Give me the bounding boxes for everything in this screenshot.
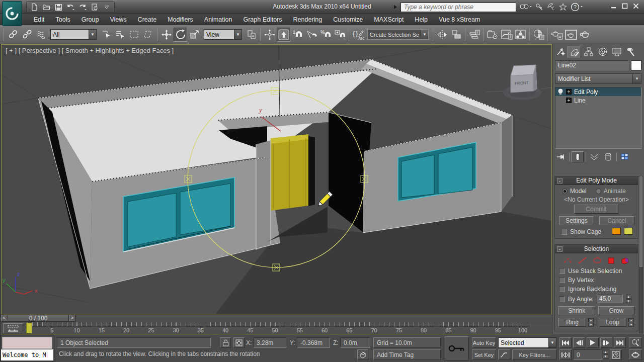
- key-mode-toggle-button[interactable]: [559, 349, 572, 360]
- select-and-manipulate-icon[interactable]: [263, 28, 276, 42]
- stack-item-edit-poly[interactable]: + Edit Poly: [555, 87, 641, 96]
- menu-create[interactable]: Create: [132, 14, 163, 25]
- border-subobject-icon[interactable]: [592, 256, 602, 264]
- use-stack-selection-checkbox[interactable]: Use Stack Selection: [555, 266, 638, 276]
- radio-animate[interactable]: Animate: [596, 188, 626, 195]
- tab-display-icon[interactable]: [610, 46, 623, 58]
- search-icon[interactable]: [519, 3, 532, 12]
- rollout-header-edit-poly-mode[interactable]: -Edit Poly Mode: [555, 176, 638, 185]
- key-filters-button[interactable]: Key Filters...: [512, 349, 556, 360]
- absolute-offset-toggle[interactable]: [233, 337, 245, 348]
- search-expand-icon[interactable]: [393, 5, 397, 10]
- cancel-button[interactable]: Cancel: [599, 216, 634, 225]
- unlink-selection-icon[interactable]: [20, 28, 34, 42]
- object-color-swatch[interactable]: [631, 60, 641, 70]
- make-unique-icon[interactable]: [588, 151, 600, 162]
- percent-snap-toggle-icon[interactable]: %: [319, 28, 333, 42]
- bind-to-space-warp-icon[interactable]: [34, 28, 48, 42]
- grow-button[interactable]: Grow: [598, 306, 635, 315]
- material-editor-icon[interactable]: [532, 28, 545, 42]
- layer-manager-icon[interactable]: [467, 28, 481, 42]
- edge-subobject-icon[interactable]: [578, 256, 588, 264]
- frame-spinner[interactable]: ▲▼: [603, 350, 608, 358]
- remove-modifier-icon[interactable]: [602, 151, 614, 162]
- undo-icon[interactable]: [65, 2, 76, 12]
- angle-value-field[interactable]: 45.0: [597, 295, 623, 303]
- auto-key-button[interactable]: Auto Key: [472, 337, 496, 348]
- vertex-subobject-icon[interactable]: [563, 256, 573, 264]
- communication-center-icon[interactable]: [546, 3, 555, 12]
- by-vertex-checkbox[interactable]: By Vertex: [555, 276, 638, 285]
- select-and-move-icon[interactable]: [159, 28, 173, 42]
- current-frame-marker[interactable]: [26, 323, 32, 333]
- rendered-frame-window-icon[interactable]: [564, 28, 578, 42]
- menu-vue-xstream[interactable]: Vue 8 xStream: [433, 14, 486, 25]
- select-and-link-icon[interactable]: [6, 28, 20, 42]
- time-tag-icon[interactable]: [357, 349, 368, 360]
- pin-stack-icon[interactable]: [555, 151, 567, 162]
- close-button[interactable]: [633, 3, 639, 9]
- selection-lock-toggle[interactable]: [220, 337, 231, 348]
- modifier-stack[interactable]: + Edit Poly + Line: [555, 87, 641, 149]
- y-coordinate-field[interactable]: -0.368m: [297, 337, 330, 348]
- go-to-start-button[interactable]: [559, 337, 572, 348]
- radio-model[interactable]: Model: [562, 188, 587, 195]
- render-setup-icon[interactable]: [550, 28, 564, 42]
- new-scene-icon[interactable]: [29, 2, 40, 12]
- menu-views[interactable]: Views: [104, 14, 132, 25]
- minimize-button[interactable]: [611, 3, 617, 9]
- menu-group[interactable]: Group: [76, 14, 105, 25]
- render-production-icon[interactable]: [578, 28, 592, 42]
- schematic-view-icon[interactable]: [514, 28, 527, 42]
- align-icon[interactable]: [449, 28, 463, 42]
- selection-filter-dropdown[interactable]: All▼: [50, 29, 97, 40]
- tab-create-icon[interactable]: [553, 46, 567, 58]
- menu-maxscript[interactable]: MAXScript: [368, 14, 409, 25]
- time-slider-handle[interactable]: 0 / 100: [8, 315, 69, 322]
- angle-spinner[interactable]: ▲▼: [626, 295, 631, 303]
- cage-selected-color-swatch[interactable]: [624, 228, 633, 235]
- open-file-icon[interactable]: [41, 2, 52, 12]
- tab-hierarchy-icon[interactable]: [582, 46, 595, 58]
- panel-scrollbar[interactable]: [639, 176, 643, 333]
- graphite-modeling-tools-icon[interactable]: [486, 28, 499, 42]
- time-slider[interactable]: < 0 / 100 >: [1, 314, 552, 322]
- play-button[interactable]: [587, 337, 599, 348]
- ring-button[interactable]: Ring: [558, 318, 586, 327]
- curve-editor-icon[interactable]: [500, 28, 513, 42]
- time-next-button[interactable]: >: [69, 315, 75, 322]
- commit-button[interactable]: Commit: [574, 205, 618, 214]
- add-time-tag[interactable]: Add Time Tag: [373, 349, 441, 360]
- set-keys-button[interactable]: [445, 336, 469, 360]
- menu-edit[interactable]: Edit: [28, 14, 50, 25]
- mini-curve-editor-button[interactable]: [3, 323, 23, 333]
- object-name-field[interactable]: [555, 60, 628, 70]
- track-bar[interactable]: 0510152025303540455055606570758085909510…: [1, 322, 552, 334]
- menu-tools[interactable]: Tools: [50, 14, 76, 25]
- next-frame-button[interactable]: [600, 337, 612, 348]
- orbit-tool-button[interactable]: [629, 349, 642, 360]
- help-icon[interactable]: ?: [571, 3, 584, 12]
- named-selection-set-dropdown[interactable]: Create Selection Se▼: [367, 29, 429, 40]
- track-bar-ruler[interactable]: 0510152025303540455055606570758085909510…: [25, 322, 529, 334]
- menu-customize[interactable]: Customize: [328, 14, 368, 25]
- maximize-button[interactable]: [622, 3, 628, 9]
- viewport-label[interactable]: [ + ] [ Perspective ] [ Smooth + Highlig…: [6, 47, 174, 54]
- tab-modify-icon[interactable]: [568, 46, 581, 58]
- time-configuration-button[interactable]: [610, 349, 622, 360]
- tab-utilities-icon[interactable]: [624, 46, 637, 58]
- ring-spinner[interactable]: ▲▼: [588, 318, 594, 327]
- z-coordinate-field[interactable]: 0.0m: [340, 337, 370, 348]
- default-tangent-button[interactable]: [498, 349, 510, 360]
- mirror-icon[interactable]: [435, 28, 449, 42]
- application-menu-button[interactable]: [2, 1, 22, 26]
- favorites-star-icon[interactable]: [558, 3, 568, 12]
- menu-modifiers[interactable]: Modifiers: [162, 14, 199, 25]
- snaps-toggle-2d-icon[interactable]: 2: [291, 28, 304, 42]
- go-to-end-button[interactable]: [614, 337, 626, 348]
- select-and-rotate-icon[interactable]: [174, 28, 187, 42]
- select-by-name-icon[interactable]: [113, 28, 127, 42]
- x-coordinate-field[interactable]: 3.28m: [253, 337, 286, 348]
- rollout-header-selection[interactable]: -Selection: [555, 245, 638, 253]
- zoom-tool-button[interactable]: [629, 337, 642, 348]
